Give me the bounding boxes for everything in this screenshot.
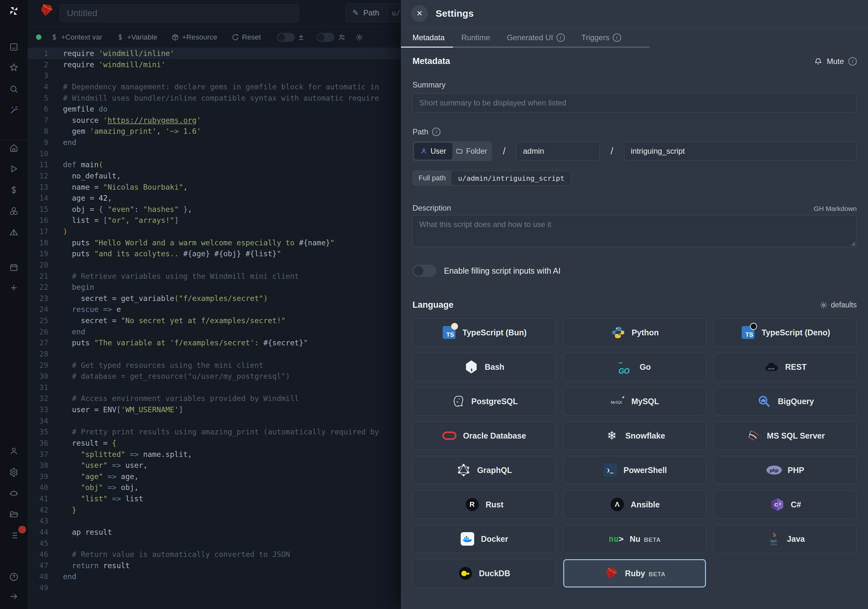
- code-line[interactable]: 46 # Return value is automatically conve…: [28, 549, 401, 560]
- language-option-powershell[interactable]: ❯_PowerShell: [563, 456, 706, 484]
- language-defaults-button[interactable]: defaults: [820, 301, 857, 309]
- code-line[interactable]: 49: [28, 582, 401, 594]
- language-option-postgresql[interactable]: PostgreSQL: [412, 387, 555, 415]
- language-option-typescript-bun-[interactable]: TSTypeScript (Bun): [412, 318, 555, 347]
- editor-settings-gear-icon[interactable]: [356, 33, 363, 41]
- language-option-java[interactable]: JavaJava: [714, 525, 857, 553]
- language-option-ms-sql-server[interactable]: MS SQL Server: [714, 421, 857, 450]
- code-line[interactable]: 45: [28, 538, 401, 549]
- code-line[interactable]: 48end: [28, 571, 401, 582]
- language-option-snowflake[interactable]: ❄Snowflake: [563, 421, 706, 450]
- close-icon[interactable]: ✕: [411, 5, 428, 22]
- code-line[interactable]: 16 list = ["or", "arrays!"]: [28, 215, 401, 226]
- code-line[interactable]: 19 puts "and its acolytes.. #{age} #{obj…: [28, 248, 401, 259]
- code-line[interactable]: 26 end: [28, 326, 401, 338]
- language-option-ansible[interactable]: ΛAnsible: [563, 490, 706, 519]
- runs-play-icon[interactable]: [8, 163, 19, 174]
- code-line[interactable]: 15 obj = { "even": "hashes" },: [28, 204, 401, 215]
- code-line[interactable]: 18 puts "Hello World and a warm welcome …: [28, 237, 401, 248]
- variables-dollar-icon[interactable]: [8, 184, 19, 195]
- contextvar-button[interactable]: +Context var: [51, 33, 102, 42]
- variable-button[interactable]: +Variable: [116, 33, 157, 42]
- code-line[interactable]: 4# Dependency management: declare gems i…: [28, 81, 401, 93]
- language-option-ruby[interactable]: Ruby BETA: [563, 559, 706, 587]
- language-option-bash[interactable]: $Bash: [412, 353, 555, 381]
- code-line[interactable]: 39 "age" => age,: [28, 471, 401, 482]
- help-icon[interactable]: [8, 571, 19, 582]
- code-line[interactable]: 6gemfile do: [28, 104, 401, 115]
- owner-kind-folder[interactable]: Folder: [452, 143, 491, 160]
- code-line[interactable]: 20: [28, 259, 401, 271]
- code-line[interactable]: 21 # Retrieve variables using the Windmi…: [28, 271, 401, 282]
- code-line[interactable]: 44 ap result: [28, 527, 401, 538]
- code-line[interactable]: 3: [28, 70, 401, 81]
- code-line[interactable]: 40 "obj" => obj,: [28, 482, 401, 493]
- mute-control[interactable]: Mute i: [814, 57, 857, 66]
- summary-input[interactable]: Short summary to be displayed when liste…: [412, 93, 857, 113]
- ai-wand-icon[interactable]: [8, 105, 19, 116]
- path-name-input[interactable]: intriguing_script: [624, 142, 857, 160]
- code-editor[interactable]: 1require 'windmill/inline'2require 'wind…: [28, 48, 401, 609]
- code-line[interactable]: 23 secret = get_variable("f/examples/sec…: [28, 293, 401, 304]
- owner-kind-user[interactable]: User: [414, 143, 452, 160]
- collapse-arrow-icon[interactable]: [8, 591, 19, 602]
- language-option-go[interactable]: GOGo: [563, 353, 706, 381]
- code-line[interactable]: 1require 'windmill/inline': [28, 48, 401, 59]
- code-line[interactable]: 35 # Pretty print results using amazing_…: [28, 426, 401, 438]
- description-textarea[interactable]: What this script does and how to use it: [412, 215, 857, 247]
- tab-runtime[interactable]: Runtime: [453, 27, 498, 48]
- favorites-star-icon[interactable]: [8, 62, 19, 73]
- code-line[interactable]: 31: [28, 382, 401, 393]
- resize-grip-icon[interactable]: [850, 240, 855, 246]
- code-line[interactable]: 25 secret = "No secret yet at f/examples…: [28, 315, 401, 326]
- code-line[interactable]: 30 # database = get_resource("u/user/my_…: [28, 371, 401, 382]
- code-line[interactable]: 29 # Get typed resources using the mini …: [28, 360, 401, 371]
- audit-list-icon[interactable]: [8, 530, 19, 541]
- code-line[interactable]: 33 user = ENV['WM_USERNAME']: [28, 404, 401, 415]
- code-line[interactable]: 14 age = 42,: [28, 192, 401, 204]
- code-line[interactable]: 2require 'windmill/mini': [28, 59, 401, 70]
- language-option-docker[interactable]: Docker: [412, 525, 555, 553]
- code-line[interactable]: 17): [28, 226, 401, 237]
- path-info-icon[interactable]: i: [432, 128, 440, 136]
- path-owner-input[interactable]: admin: [516, 142, 600, 160]
- language-option-oracle-database[interactable]: Oracle Database: [412, 421, 555, 450]
- user-icon[interactable]: [8, 446, 19, 457]
- workers-robot-icon[interactable]: [8, 488, 19, 499]
- folders-icon[interactable]: [8, 509, 19, 520]
- language-option-typescript-deno-[interactable]: TSTypeScript (Deno): [714, 318, 857, 347]
- language-option-graphql[interactable]: GraphQL: [412, 456, 555, 484]
- tab-generated-ui[interactable]: Generated UIi: [498, 27, 573, 48]
- schedules-calendar-icon[interactable]: [8, 262, 19, 273]
- language-option-mysql[interactable]: MySQLMySQL: [563, 387, 706, 415]
- ai-inputs-toggle[interactable]: [412, 265, 436, 277]
- code-line[interactable]: 36 result = {: [28, 438, 401, 449]
- diff-toggle[interactable]: [277, 33, 295, 42]
- settings-gear-icon[interactable]: [8, 467, 19, 478]
- apps-icon[interactable]: [8, 42, 19, 53]
- code-line[interactable]: 34: [28, 415, 401, 427]
- create-plus-icon[interactable]: [8, 282, 19, 293]
- code-line[interactable]: 12 no_default,: [28, 170, 401, 182]
- language-option-rust[interactable]: RRust: [412, 490, 555, 519]
- triggers-prism-icon[interactable]: [8, 227, 19, 238]
- language-option-duckdb[interactable]: DuckDB: [412, 559, 555, 587]
- resource-button[interactable]: +Resource: [171, 33, 217, 42]
- reset-button[interactable]: Reset: [231, 33, 261, 42]
- tab-metadata[interactable]: Metadata: [401, 27, 453, 48]
- script-title-input[interactable]: Untitled: [59, 4, 299, 22]
- multiplayer-toggle[interactable]: [316, 33, 334, 42]
- code-line[interactable]: 41 "list" => list: [28, 493, 401, 505]
- code-line[interactable]: 28: [28, 349, 401, 360]
- search-icon[interactable]: [8, 84, 19, 95]
- code-line[interactable]: 8 gem 'amazing_print', '~> 1.6': [28, 126, 401, 137]
- owner-kind-segmented[interactable]: User Folder: [412, 141, 492, 161]
- code-line[interactable]: 37 "splitted" => name.split,: [28, 449, 401, 460]
- home-icon[interactable]: [8, 143, 19, 153]
- windmill-logo[interactable]: [8, 5, 19, 16]
- language-option-nu[interactable]: nu>Nu BETA: [563, 525, 706, 553]
- code-line[interactable]: 7 source 'https://rubygems.org': [28, 115, 401, 126]
- language-option-bigquery[interactable]: BigQuery: [714, 387, 857, 415]
- code-line[interactable]: 43: [28, 515, 401, 527]
- code-line[interactable]: 32 # Access environment variables provid…: [28, 393, 401, 404]
